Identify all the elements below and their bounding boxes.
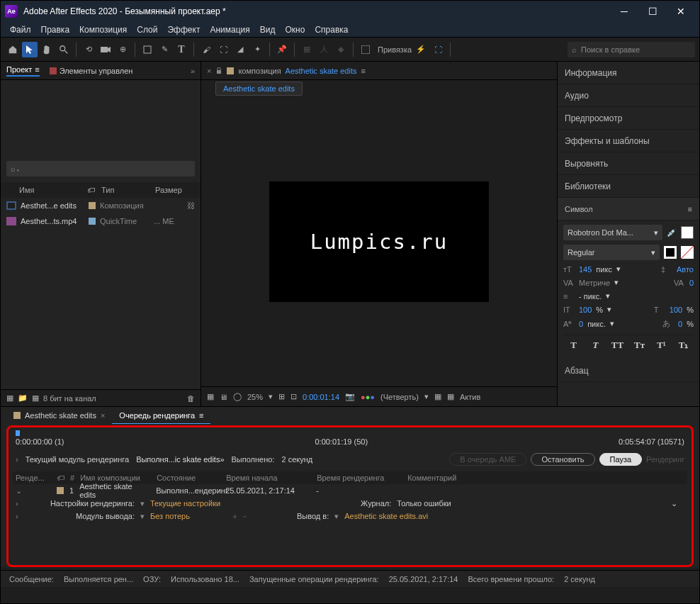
minimize-button[interactable]: ─ bbox=[610, 1, 638, 22]
tsume-value[interactable]: 0 bbox=[678, 320, 682, 328]
view1-icon[interactable]: ▦ bbox=[434, 392, 441, 401]
home-tool[interactable] bbox=[5, 42, 21, 57]
font-size-value[interactable]: 145 bbox=[579, 265, 592, 274]
timeline-tab-comp[interactable]: Aesthetic skate edits × bbox=[6, 407, 112, 424]
panel-info[interactable]: Информация bbox=[558, 62, 699, 84]
guides-icon[interactable]: ⊡ bbox=[290, 392, 297, 401]
clone-tool[interactable]: ⛶ bbox=[215, 42, 231, 57]
panel-effects[interactable]: Эффекты и шаблоны bbox=[558, 130, 699, 152]
menu-layer[interactable]: Слой bbox=[132, 25, 162, 35]
menu-file[interactable]: Файл bbox=[5, 25, 36, 35]
display-icon[interactable]: 🖥 bbox=[220, 393, 227, 401]
output-file-link[interactable]: Aesthetic skate edits.avi bbox=[344, 512, 428, 520]
channels-icon[interactable]: ●●● bbox=[361, 393, 375, 401]
active-camera[interactable]: Актив bbox=[460, 393, 480, 401]
rect-tool[interactable] bbox=[140, 42, 155, 57]
hscale-value[interactable]: 100 bbox=[670, 306, 682, 314]
pause-button[interactable]: Пауза bbox=[599, 453, 643, 466]
panel-character-header[interactable]: Символ≡ bbox=[558, 198, 699, 220]
project-row-comp[interactable]: Aesthet...e edits Композиция ⛓ bbox=[1, 198, 201, 213]
vscale-value[interactable]: 100 bbox=[579, 306, 592, 314]
extra2-tool[interactable]: 人 bbox=[316, 42, 332, 57]
menu-composition[interactable]: Композиция bbox=[74, 25, 132, 35]
selection-tool[interactable] bbox=[22, 42, 38, 57]
comp-label-color[interactable] bbox=[227, 67, 234, 74]
project-row-video[interactable]: Aesthet...ts.mp4 QuickTime ... ME bbox=[1, 213, 201, 229]
panel-paragraph[interactable]: Абзац bbox=[558, 359, 699, 382]
leading-value[interactable]: Авто bbox=[677, 265, 694, 274]
new-comp-icon[interactable]: ▦ bbox=[32, 393, 39, 403]
render-item-row[interactable]: ⌄ 1 Aesthetic skate edits Выполня...енде… bbox=[13, 484, 687, 497]
menu-edit[interactable]: Правка bbox=[36, 25, 75, 35]
snap-checkbox[interactable] bbox=[358, 42, 373, 57]
kerning-value[interactable]: Метриче bbox=[579, 279, 610, 287]
panel-libraries[interactable]: Библиотеки bbox=[558, 175, 699, 198]
menu-window[interactable]: Окно bbox=[280, 25, 310, 35]
camera-tool[interactable] bbox=[98, 42, 113, 57]
render-settings-link[interactable]: Текущие настройки bbox=[150, 499, 220, 508]
comp-menu-icon[interactable]: ≡ bbox=[361, 67, 365, 75]
snapshot-icon[interactable]: 📷 bbox=[345, 392, 355, 401]
project-search[interactable]: ⌕▾ bbox=[6, 161, 195, 177]
menu-view[interactable]: Вид bbox=[255, 25, 281, 35]
trash-icon[interactable]: 🗑 bbox=[187, 394, 195, 403]
journal-dropdown[interactable]: Только ошибки bbox=[397, 499, 451, 508]
comp-tab[interactable]: Aesthetic skate edits bbox=[215, 82, 303, 96]
effect-controls-tab[interactable]: Элементы управлен bbox=[50, 67, 133, 75]
brush-tool[interactable]: 🖌 bbox=[198, 42, 214, 57]
menu-animation[interactable]: Анимация bbox=[205, 25, 254, 35]
roto-tool[interactable]: ✦ bbox=[249, 42, 265, 57]
orbit-tool[interactable]: ⟲ bbox=[81, 42, 96, 57]
extra3-tool[interactable]: ◆ bbox=[333, 42, 349, 57]
tracking-value[interactable]: 0 bbox=[689, 279, 694, 287]
menu-help[interactable]: Справка bbox=[310, 25, 353, 35]
panel-preview[interactable]: Предпросмотр bbox=[558, 107, 699, 130]
eyedropper-icon[interactable]: 💉 bbox=[667, 228, 677, 237]
snap-ext-icon[interactable]: ⛶ bbox=[430, 42, 446, 57]
close-button[interactable]: ✕ bbox=[667, 1, 695, 22]
pen-tool[interactable]: ✎ bbox=[157, 42, 172, 57]
superscript-button[interactable]: T¹ bbox=[654, 338, 670, 352]
puppet-tool[interactable]: 📌 bbox=[274, 42, 290, 57]
mask-icon[interactable]: ◯ bbox=[233, 392, 242, 401]
timeline-tab-render[interactable]: Очередь рендеринга ≡ bbox=[112, 407, 210, 424]
list-view-icon[interactable]: ▦ bbox=[6, 393, 13, 403]
panel-more-icon[interactable]: » bbox=[191, 67, 195, 75]
maximize-button[interactable]: ☐ bbox=[638, 1, 667, 22]
bit-depth[interactable]: 8 бит на канал bbox=[43, 394, 96, 403]
no-stroke-icon[interactable] bbox=[681, 246, 694, 259]
smallcaps-button[interactable]: Tт bbox=[632, 338, 648, 352]
comp-name-link[interactable]: Aesthetic skate edits bbox=[286, 67, 357, 75]
zoom-tool[interactable] bbox=[56, 42, 72, 57]
comp-lock-icon[interactable] bbox=[215, 67, 222, 74]
current-time[interactable]: 0:00:01:14 bbox=[303, 393, 339, 401]
subscript-button[interactable]: T₁ bbox=[676, 338, 691, 352]
menu-effect[interactable]: Эффект bbox=[162, 25, 205, 35]
folder-icon[interactable]: 📁 bbox=[18, 393, 28, 403]
snap-opt-icon[interactable]: ⚡ bbox=[413, 42, 429, 57]
zoom-level[interactable]: 25% bbox=[247, 393, 263, 401]
font-style-dropdown[interactable]: Regular▾ bbox=[563, 245, 660, 260]
bold-button[interactable]: T bbox=[566, 338, 582, 352]
baseline-value[interactable]: 0 bbox=[579, 320, 583, 328]
text-tool[interactable]: T bbox=[174, 42, 189, 57]
stroke-color[interactable] bbox=[664, 246, 677, 259]
help-search[interactable]: ⌕ Поиск в справке bbox=[568, 42, 695, 57]
hand-tool[interactable] bbox=[39, 42, 55, 57]
comp-close-icon[interactable]: × bbox=[207, 67, 211, 75]
panel-audio[interactable]: Аудио bbox=[558, 84, 699, 107]
font-family-dropdown[interactable]: Robotron Dot Ma...▾ bbox=[563, 225, 662, 240]
eraser-tool[interactable]: ◢ bbox=[232, 42, 248, 57]
stop-button[interactable]: Остановить bbox=[531, 453, 594, 466]
expand-icon[interactable]: › bbox=[16, 455, 18, 464]
quality-dropdown[interactable]: (Четверть) bbox=[380, 393, 419, 401]
fill-color[interactable] bbox=[681, 226, 694, 239]
grid-icon[interactable]: ⊞ bbox=[278, 392, 285, 401]
res-icon[interactable]: ▦ bbox=[207, 392, 214, 401]
extra1-tool[interactable]: ▦ bbox=[299, 42, 315, 57]
project-tab[interactable]: Проект≡ bbox=[6, 65, 40, 77]
viewport[interactable]: Lumpics.ru bbox=[201, 97, 557, 386]
output-module-link[interactable]: Без потерь bbox=[150, 512, 190, 520]
allcaps-button[interactable]: TT bbox=[610, 338, 626, 352]
pan-behind-tool[interactable]: ⊕ bbox=[115, 42, 130, 57]
